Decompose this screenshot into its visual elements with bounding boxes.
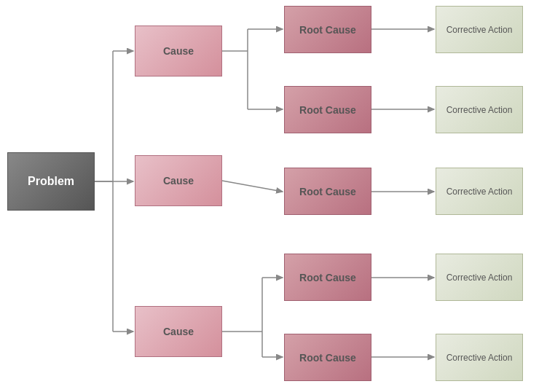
cause-node-1: Cause — [135, 26, 222, 77]
ca-2-label: Corrective Action — [446, 105, 513, 115]
ca-4-label: Corrective Action — [446, 273, 513, 283]
root-cause-node-1: Root Cause — [284, 6, 371, 53]
rc-3-label: Root Cause — [299, 186, 356, 197]
ca-5-label: Corrective Action — [446, 353, 513, 363]
problem-node: Problem — [7, 152, 95, 211]
cause-node-2: Cause — [135, 155, 222, 206]
ca-3-label: Corrective Action — [446, 187, 513, 197]
root-cause-node-2: Root Cause — [284, 86, 371, 133]
svg-line-12 — [222, 181, 283, 192]
corrective-action-node-3: Corrective Action — [436, 168, 523, 215]
corrective-action-node-5: Corrective Action — [436, 334, 523, 381]
corrective-action-node-4: Corrective Action — [436, 254, 523, 301]
corrective-action-node-1: Corrective Action — [436, 6, 523, 53]
rc-5-label: Root Cause — [299, 352, 356, 364]
ca-1-label: Corrective Action — [446, 25, 513, 35]
root-cause-node-3: Root Cause — [284, 168, 371, 215]
corrective-action-node-2: Corrective Action — [436, 86, 523, 133]
problem-label: Problem — [28, 175, 74, 188]
cause-2-label: Cause — [163, 175, 194, 187]
rc-2-label: Root Cause — [299, 104, 356, 116]
rc-1-label: Root Cause — [299, 24, 356, 36]
root-cause-node-5: Root Cause — [284, 334, 371, 381]
root-cause-node-4: Root Cause — [284, 254, 371, 301]
cause-node-3: Cause — [135, 306, 222, 357]
fishbone-diagram: Problem Cause Cause Cause Root Cause Roo… — [0, 0, 539, 392]
cause-1-label: Cause — [163, 45, 194, 57]
rc-4-label: Root Cause — [299, 272, 356, 283]
cause-3-label: Cause — [163, 326, 194, 337]
